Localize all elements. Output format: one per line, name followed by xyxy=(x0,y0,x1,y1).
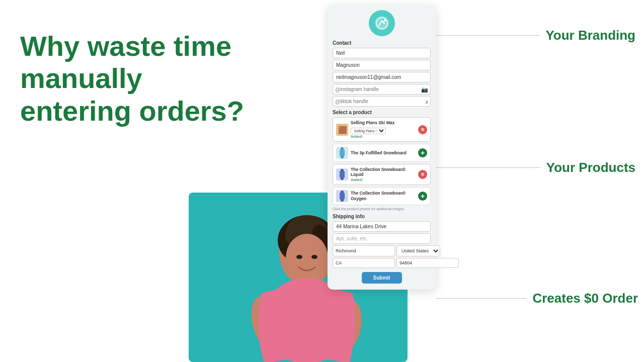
svg-point-16 xyxy=(384,19,386,21)
instagram-icon: 📷 xyxy=(421,86,428,93)
annotation-branding-line xyxy=(437,35,539,36)
headline-text: Why waste time manually entering orders? xyxy=(20,30,312,127)
photo-hint: Click the product photos for additional … xyxy=(333,207,431,211)
instagram-field-wrap: @ 📷 xyxy=(333,84,431,95)
last-name-input[interactable] xyxy=(333,60,431,70)
annotation-products: Your Products xyxy=(437,160,635,175)
logo-area xyxy=(333,10,431,36)
shipping-section: Shipping info United States xyxy=(333,214,431,268)
svg-point-6 xyxy=(296,255,302,259)
product-name-snowboard-oxygen: The Collection Snowboard: Oxygen xyxy=(351,191,416,201)
submit-button[interactable]: Submit xyxy=(362,272,402,284)
product-select-ski-wax[interactable]: Selling Plans Ski Wax xyxy=(351,128,386,134)
product-info-snowboard-liquid: The Collection Snowboard: Liquid Added! xyxy=(351,167,416,182)
annotation-products-text: Your Products xyxy=(546,160,635,175)
svg-point-7 xyxy=(311,255,317,259)
product-name-snowboard-3p: The 3p Fulfilled Snowboard xyxy=(351,150,416,155)
product-item-snowboard-3p: The 3p Fulfilled Snowboard + xyxy=(333,144,431,162)
annotation-creates-text: Creates $0 Order xyxy=(532,291,638,306)
remove-ski-wax-button[interactable]: × xyxy=(418,125,427,134)
tiktok-field-wrap: @ ♪ xyxy=(333,96,431,107)
annotation-creates: Creates $0 Order xyxy=(437,291,638,306)
state-input[interactable] xyxy=(333,258,395,268)
svg-rect-20 xyxy=(340,171,345,178)
city-input[interactable] xyxy=(333,245,395,256)
annotation-creates-line xyxy=(437,298,526,299)
product-name-ski-wax: Selling Plans Ski Wax xyxy=(351,120,416,125)
left-headline-section: Why waste time manually entering orders? xyxy=(20,30,312,127)
country-select[interactable]: United States xyxy=(396,245,440,256)
product-item-ski-wax: 🟫 Selling Plans Ski Wax Selling Plans Sk… xyxy=(333,117,431,142)
email-input[interactable] xyxy=(333,72,431,82)
product-added-ski-wax: Added! xyxy=(351,134,416,139)
svg-rect-18 xyxy=(340,149,345,156)
remove-snowboard-liquid-button[interactable]: × xyxy=(418,170,427,179)
shipping-label: Shipping info xyxy=(333,214,431,219)
address1-input[interactable] xyxy=(333,221,431,232)
tiktok-icon: ♪ xyxy=(426,99,429,105)
products-section: Select a product 🟫 Selling Plans Ski Wax… xyxy=(333,110,431,211)
product-thumb-snowboard-liquid xyxy=(336,168,348,180)
annotation-products-line xyxy=(437,167,540,168)
zip-input[interactable] xyxy=(396,258,459,268)
state-zip-row xyxy=(333,258,431,268)
add-snowboard-oxygen-button[interactable]: + xyxy=(418,192,427,201)
product-info-ski-wax: Selling Plans Ski Wax Selling Plans Ski … xyxy=(351,120,416,139)
contact-section-label: Contact xyxy=(333,40,431,46)
add-snowboard-3p-button[interactable]: + xyxy=(418,148,427,157)
instagram-input[interactable] xyxy=(333,84,431,95)
city-country-row: United States xyxy=(333,245,431,256)
product-info-snowboard-3p: The 3p Fulfilled Snowboard xyxy=(351,150,416,155)
at-prefix-instagram: @ xyxy=(335,86,340,92)
svg-point-5 xyxy=(286,234,328,282)
order-form-card: Contact @ 📷 @ ♪ Select a product 🟫 Selli… xyxy=(328,5,436,290)
brand-logo xyxy=(369,10,395,36)
product-name-snowboard-liquid: The Collection Snowboard: Liquid xyxy=(351,167,416,177)
product-added-liquid: Added! xyxy=(351,177,416,182)
product-item-snowboard-liquid: The Collection Snowboard: Liquid Added! … xyxy=(333,164,431,185)
annotation-branding: Your Branding xyxy=(437,28,635,43)
at-prefix-tiktok: @ xyxy=(335,99,340,104)
product-item-snowboard-oxygen: The Collection Snowboard: Oxygen + xyxy=(333,187,431,205)
svg-point-14 xyxy=(375,16,389,30)
svg-rect-22 xyxy=(340,193,345,200)
product-thumb-snowboard-3p xyxy=(336,147,348,159)
first-name-input[interactable] xyxy=(333,48,431,58)
select-product-label: Select a product xyxy=(333,110,431,115)
annotation-branding-text: Your Branding xyxy=(545,28,635,43)
tiktok-input[interactable] xyxy=(333,96,431,107)
product-thumb-ski-wax: 🟫 xyxy=(336,124,348,136)
address2-input[interactable] xyxy=(333,233,431,244)
product-thumb-snowboard-oxygen xyxy=(336,190,348,202)
product-info-snowboard-oxygen: The Collection Snowboard: Oxygen xyxy=(351,191,416,201)
